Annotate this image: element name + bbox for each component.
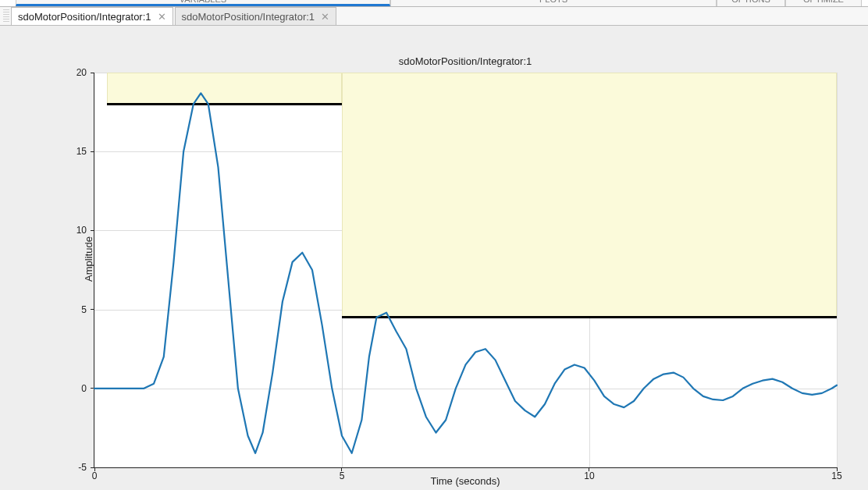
toolstrip-tab-plots[interactable]: PLOTS	[390, 0, 717, 6]
doc-tab-0[interactable]: sdoMotorPosition/Integrator:1✕	[11, 7, 173, 25]
plot-axes-container: 051015-505101520	[94, 73, 837, 468]
close-icon[interactable]: ✕	[158, 12, 166, 22]
y-tick-label: 15	[76, 146, 87, 157]
y-tick-label: 20	[76, 67, 87, 78]
gridline-v	[837, 73, 838, 467]
series-response	[94, 93, 837, 453]
x-tick-label: 0	[92, 470, 98, 481]
x-tick-label: 10	[584, 470, 594, 481]
x-axis-label: Time (seconds)	[94, 475, 837, 487]
figure-area: sdoMotorPosition/Integrator:1 Amplitude …	[0, 26, 868, 490]
toolstrip-header: VARIABLESPLOTSOPTIONSOPTIMIZE	[0, 0, 868, 7]
line-series	[94, 73, 837, 467]
toolstrip-tab-optimize[interactable]: OPTIMIZE	[785, 0, 862, 6]
toolstrip-tab-options[interactable]: OPTIONS	[717, 0, 785, 6]
plot-axes[interactable]: 051015-505101520	[94, 73, 837, 468]
close-icon[interactable]: ✕	[321, 12, 329, 22]
doc-tab-label: sdoMotorPosition/Integrator:1	[182, 11, 315, 23]
y-tick-label: -5	[78, 462, 87, 473]
toolstrip-tab-variables[interactable]: VARIABLES	[16, 0, 390, 6]
doc-tab-1[interactable]: sdoMotorPosition/Integrator:1✕	[175, 7, 337, 25]
y-tick-label: 10	[76, 225, 87, 236]
y-tick-label: 5	[81, 304, 87, 315]
document-tab-bar: sdoMotorPosition/Integrator:1✕sdoMotorPo…	[0, 7, 868, 26]
y-tick-label: 0	[81, 383, 87, 394]
x-tick-label: 5	[340, 470, 345, 481]
doc-tab-label: sdoMotorPosition/Integrator:1	[18, 11, 151, 23]
x-tick-label: 15	[831, 470, 841, 481]
tabbar-grip[interactable]	[3, 9, 9, 23]
chart-title: sdoMotorPosition/Integrator:1	[94, 55, 837, 67]
